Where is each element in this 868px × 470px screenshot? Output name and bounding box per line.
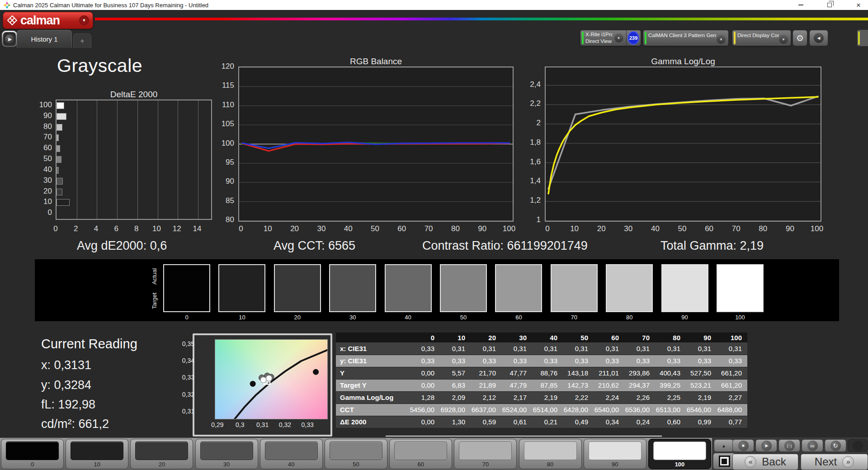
next-label: Next (815, 456, 837, 468)
deltae-bar-20 (57, 189, 62, 195)
refresh-button[interactable]: ↻ (825, 439, 846, 452)
display-control-dropdown[interactable]: Direct Display Control ▼ (732, 30, 791, 46)
pattern-level-button-10[interactable]: 10 (66, 439, 128, 469)
app-icon (4, 2, 10, 9)
stop-icon: ■ (738, 441, 749, 451)
pattern-level-button-80[interactable]: 80 (519, 439, 582, 469)
play-icon: ▶ (5, 34, 14, 43)
deltae-bar-10 (57, 199, 70, 206)
strip-swatch-label: 100 (717, 314, 764, 321)
meter-reading-badge[interactable]: 239 (627, 31, 639, 45)
strip-swatch-label: 80 (606, 314, 653, 321)
pattern-level-button-100[interactable]: 100 (648, 439, 711, 469)
workflow-back-button[interactable]: ◀ (809, 30, 828, 46)
pattern-swatch (459, 442, 512, 460)
pattern-level-button-30[interactable]: 30 (195, 439, 258, 469)
settings-button[interactable]: ⚙ (793, 30, 807, 46)
pattern-swatch (394, 442, 447, 460)
pattern-level-button-40[interactable]: 40 (260, 439, 323, 469)
minimize-button[interactable] (796, 1, 806, 9)
pattern-level-label: 30 (196, 461, 258, 468)
session-play-button[interactable]: ▶ (2, 31, 17, 47)
table-bottom-edge (386, 436, 662, 437)
series-range-icon: [··] (784, 441, 795, 451)
back-button[interactable]: « Back (732, 454, 798, 470)
table-column-header: 60 (594, 332, 624, 342)
avg-de2000-stat: Avg dE2000: 0,6 (77, 239, 167, 253)
strip-swatch-label: 40 (385, 314, 432, 321)
gamma-y-axis: 2,42,221,81,61,41,21 (523, 66, 542, 222)
pattern-level-button-20[interactable]: 20 (130, 439, 193, 469)
series-measure-button[interactable]: [··] (778, 439, 800, 452)
pattern-swatch (330, 442, 382, 460)
table-column-header: 90 (686, 332, 717, 342)
pattern-level-button-70[interactable]: 70 (454, 439, 517, 469)
chevron-left-icon: « (745, 456, 756, 468)
close-button[interactable]: × (854, 1, 863, 9)
table-row: Target Y0,006,8321,8947,7987,85142,73210… (336, 379, 747, 391)
play-icon: ▶ (761, 441, 772, 451)
strip-swatch-label: 10 (218, 314, 265, 321)
table-column-header: 80 (655, 332, 686, 342)
strip-swatch-10 (218, 264, 265, 312)
calman-menu-button[interactable]: calman ▼ (3, 12, 93, 29)
chevron-down-icon: ▼ (717, 35, 726, 44)
pattern-generator-dropdown[interactable]: CalMAN Client 3 Pattern Generator ▼ (643, 30, 729, 46)
restore-button[interactable] (825, 1, 835, 9)
window-titlebar: Calman 2025 Calman Ultimate for Business… (0, 0, 868, 10)
meter-dropdown[interactable]: X-Rite i1Pro 2 Direct View ▼ 239 (580, 30, 641, 46)
chevron-down-icon: ▼ (79, 15, 89, 25)
table-column-header: 10 (440, 332, 471, 342)
strip-swatch-label: 90 (661, 314, 708, 321)
clipped-edge-button (857, 30, 868, 46)
app-canvas: calman ▼ ▶ History 1 + X-Rite i1Pro 2 Di… (0, 10, 868, 470)
pattern-level-label: 90 (584, 461, 646, 468)
continuous-measure-button[interactable]: ∞ (802, 439, 823, 452)
strip-swatch-label: 60 (495, 314, 542, 321)
infinity-icon: ∞ (807, 441, 818, 451)
gamma-chart (545, 66, 821, 222)
deltae-bar-30 (57, 178, 63, 185)
add-tab-button[interactable]: + (73, 33, 91, 48)
pattern-level-label: 50 (325, 461, 387, 468)
next-button[interactable]: Next » (801, 454, 868, 470)
strip-swatch-label: 30 (329, 314, 376, 321)
table-column-header: 70 (624, 332, 655, 342)
pattern-swatch (524, 442, 577, 460)
reading-x: x: 0,3131 (41, 358, 91, 372)
strip-swatch-label: 20 (274, 314, 321, 321)
strip-swatch-90 (661, 264, 708, 312)
stop-button[interactable]: ■ (732, 439, 754, 452)
triangle-up-icon: ▲ (722, 443, 726, 448)
table-row: Gamma Log/Log1,282,092,122,172,192,222,2… (336, 391, 747, 404)
tab-history-1[interactable]: History 1 (17, 30, 72, 48)
back-label: Back (762, 456, 786, 468)
pattern-level-button-0[interactable]: 0 (1, 439, 64, 469)
pattern-level-label: 40 (260, 461, 322, 468)
strip-target-label: Target (151, 287, 157, 314)
pattern-level-button-90[interactable]: 90 (584, 439, 646, 469)
pattern-toolbar: 0102030405060708090100 ▲ ■ ▶ [··] ∞ ↻ « … (0, 437, 868, 470)
strip-swatch-label: 50 (440, 314, 487, 321)
pattern-swatch (653, 442, 706, 460)
pattern-swatch (135, 442, 188, 460)
refresh-icon: ↻ (830, 441, 841, 451)
meter-mode: Direct View (585, 38, 613, 45)
pattern-level-button-50[interactable]: 50 (325, 439, 387, 469)
play-measure-button[interactable]: ▶ (755, 439, 777, 452)
strip-actual-label: Actual (151, 263, 157, 290)
deltae-bar-60 (57, 145, 60, 152)
measurement-table: 0102030405060708090100x: CIE310,330,310,… (336, 332, 747, 428)
strip-swatch-50 (440, 264, 487, 312)
rgb-balance-chart (238, 66, 514, 222)
strip-swatch-30 (329, 264, 376, 312)
meter-name: X-Rite i1Pro 2 (585, 31, 613, 38)
inactive-button (848, 439, 868, 452)
avg-cct-stat: Avg CCT: 6565 (274, 239, 355, 253)
collapse-toolbar-button[interactable]: ▲ (714, 439, 734, 452)
table-row: CCT5456,006928,006637,006524,006514,0064… (336, 404, 747, 416)
pattern-level-button-60[interactable]: 60 (389, 439, 452, 469)
deltae-bar-50 (57, 156, 61, 163)
reading-y: y: 0,3284 (41, 378, 91, 392)
current-reading-title: Current Reading (41, 337, 137, 351)
